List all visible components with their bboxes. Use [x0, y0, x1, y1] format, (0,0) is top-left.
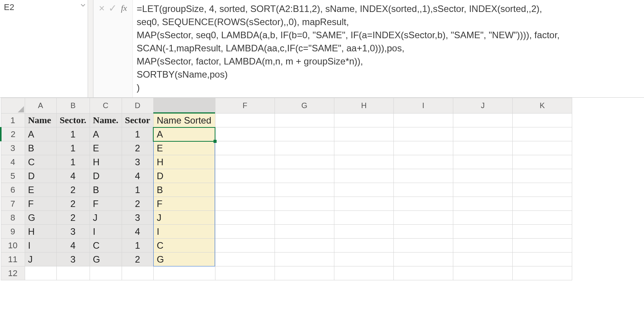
cell-A1[interactable]: Name [25, 114, 56, 127]
cell-J4[interactable] [453, 155, 512, 169]
cell-G7[interactable] [275, 197, 334, 211]
cell-B4[interactable]: 1 [56, 155, 90, 169]
cell-F4[interactable] [215, 155, 275, 169]
cell-I2[interactable] [393, 127, 453, 141]
cell-C6[interactable]: B [90, 183, 122, 197]
cell-H12[interactable] [334, 266, 393, 280]
row-header-12[interactable]: 12 [1, 266, 25, 280]
name-box-dropdown-icon[interactable] [78, 0, 88, 7]
cell-J8[interactable] [453, 211, 512, 225]
cell-B11[interactable]: 3 [56, 253, 90, 266]
col-header-D[interactable]: D [122, 98, 153, 114]
cell-F10[interactable] [215, 239, 275, 253]
cell-G6[interactable] [275, 183, 334, 197]
cell-F6[interactable] [215, 183, 275, 197]
cell-I1[interactable] [393, 114, 453, 127]
cell-K5[interactable] [512, 169, 572, 183]
cell-G2[interactable] [275, 127, 334, 141]
cell-C4[interactable]: H [90, 155, 122, 169]
cell-K11[interactable] [512, 253, 572, 266]
row-header-3[interactable]: 3 [1, 141, 25, 155]
cell-H6[interactable] [334, 183, 393, 197]
cell-A8[interactable]: G [25, 211, 56, 225]
cell-D5[interactable]: 4 [122, 169, 153, 183]
cell-I5[interactable] [393, 169, 453, 183]
cell-B8[interactable]: 2 [56, 211, 90, 225]
cell-C8[interactable]: J [90, 211, 122, 225]
cell-B6[interactable]: 2 [56, 183, 90, 197]
cell-E12[interactable] [153, 266, 215, 280]
cell-G4[interactable] [275, 155, 334, 169]
cell-I10[interactable] [393, 239, 453, 253]
cell-J5[interactable] [453, 169, 512, 183]
cell-D10[interactable]: 1 [122, 239, 153, 253]
cell-B2[interactable]: 1 [56, 127, 90, 141]
col-header-C[interactable]: C [90, 98, 122, 114]
cell-J10[interactable] [453, 239, 512, 253]
cell-G1[interactable] [275, 114, 334, 127]
fx-icon[interactable]: fx [121, 2, 127, 13]
cell-B7[interactable]: 2 [56, 197, 90, 211]
row-header-1[interactable]: 1 [1, 114, 25, 127]
cell-D11[interactable]: 2 [122, 253, 153, 266]
cell-J7[interactable] [453, 197, 512, 211]
cell-I7[interactable] [393, 197, 453, 211]
cell-J2[interactable] [453, 127, 512, 141]
cell-E11[interactable]: G [153, 253, 215, 266]
cell-D2[interactable]: 1 [122, 127, 153, 141]
cell-H4[interactable] [334, 155, 393, 169]
cell-A7[interactable]: F [25, 197, 56, 211]
cell-D8[interactable]: 3 [122, 211, 153, 225]
cell-F12[interactable] [215, 266, 275, 280]
cell-G12[interactable] [275, 266, 334, 280]
cell-A11[interactable]: J [25, 253, 56, 266]
name-box[interactable]: E2 [0, 0, 88, 97]
cell-I11[interactable] [393, 253, 453, 266]
cell-B9[interactable]: 3 [56, 225, 90, 239]
cell-E6[interactable]: B [153, 183, 215, 197]
cell-F2[interactable] [215, 127, 275, 141]
cell-C1[interactable]: Name. [90, 114, 122, 127]
cell-H2[interactable] [334, 127, 393, 141]
grid-table[interactable]: A B C D E F G H I J K 1 Name Sector. Nam… [0, 98, 572, 280]
col-header-I[interactable]: I [393, 98, 453, 114]
cell-A10[interactable]: I [25, 239, 56, 253]
col-header-B[interactable]: B [56, 98, 90, 114]
cell-I8[interactable] [393, 211, 453, 225]
cell-I12[interactable] [393, 266, 453, 280]
cell-J11[interactable] [453, 253, 512, 266]
cell-F1[interactable] [215, 114, 275, 127]
row-header-11[interactable]: 11 [1, 253, 25, 266]
col-header-H[interactable]: H [334, 98, 393, 114]
cell-H11[interactable] [334, 253, 393, 266]
cell-C3[interactable]: E [90, 141, 122, 155]
cell-K8[interactable] [512, 211, 572, 225]
cell-H5[interactable] [334, 169, 393, 183]
cell-G3[interactable] [275, 141, 334, 155]
cell-B12[interactable] [56, 266, 90, 280]
cell-D1[interactable]: Sector [122, 114, 153, 127]
col-header-A[interactable]: A [25, 98, 56, 114]
cell-C9[interactable]: I [90, 225, 122, 239]
cell-C7[interactable]: F [90, 197, 122, 211]
row-header-5[interactable]: 5 [1, 169, 25, 183]
cell-J3[interactable] [453, 141, 512, 155]
cell-A9[interactable]: H [25, 225, 56, 239]
cell-K3[interactable] [512, 141, 572, 155]
cell-H3[interactable] [334, 141, 393, 155]
cell-E4[interactable]: H [153, 155, 215, 169]
row-header-2[interactable]: 2 [1, 127, 25, 141]
cell-H7[interactable] [334, 197, 393, 211]
cell-I3[interactable] [393, 141, 453, 155]
cell-G10[interactable] [275, 239, 334, 253]
cell-I6[interactable] [393, 183, 453, 197]
cell-E8[interactable]: J [153, 211, 215, 225]
cell-F7[interactable] [215, 197, 275, 211]
cell-B1[interactable]: Sector. [56, 114, 90, 127]
cell-G11[interactable] [275, 253, 334, 266]
cell-J9[interactable] [453, 225, 512, 239]
cell-H10[interactable] [334, 239, 393, 253]
cell-G8[interactable] [275, 211, 334, 225]
cell-K12[interactable] [512, 266, 572, 280]
cell-K6[interactable] [512, 183, 572, 197]
